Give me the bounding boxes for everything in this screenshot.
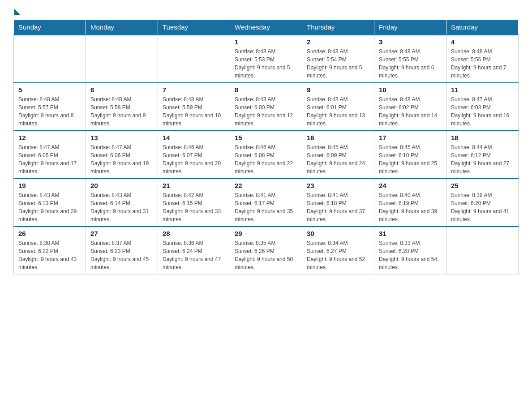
day-info: Sunrise: 8:47 AMSunset: 6:05 PMDaylight:…	[18, 143, 81, 176]
calendar-day-cell: 12Sunrise: 8:47 AMSunset: 6:05 PMDayligh…	[14, 131, 86, 179]
day-info: Sunrise: 8:43 AMSunset: 6:13 PMDaylight:…	[18, 191, 81, 223]
day-info: Sunrise: 8:48 AMSunset: 5:55 PMDaylight:…	[379, 47, 442, 80]
calendar-day-cell: 18Sunrise: 8:44 AMSunset: 6:12 PMDayligh…	[446, 131, 519, 179]
calendar-day-cell: 9Sunrise: 8:48 AMSunset: 6:01 PMDaylight…	[302, 83, 374, 131]
day-info: Sunrise: 8:48 AMSunset: 5:53 PMDaylight:…	[235, 47, 297, 80]
day-info: Sunrise: 8:42 AMSunset: 6:15 PMDaylight:…	[163, 191, 225, 223]
day-number: 1	[235, 38, 297, 46]
calendar-week-row: 12Sunrise: 8:47 AMSunset: 6:05 PMDayligh…	[14, 131, 519, 179]
calendar-week-row: 1Sunrise: 8:48 AMSunset: 5:53 PMDaylight…	[14, 35, 519, 83]
day-info: Sunrise: 8:41 AMSunset: 6:18 PMDaylight:…	[307, 191, 369, 223]
calendar-day-cell: 21Sunrise: 8:42 AMSunset: 6:15 PMDayligh…	[158, 179, 230, 227]
calendar-day-cell	[86, 35, 158, 83]
day-number: 13	[90, 134, 153, 141]
day-info: Sunrise: 8:48 AMSunset: 5:57 PMDaylight:…	[18, 95, 81, 128]
day-number: 9	[307, 86, 369, 94]
day-number: 31	[379, 230, 442, 237]
calendar-week-row: 26Sunrise: 8:38 AMSunset: 6:22 PMDayligh…	[14, 227, 519, 274]
calendar-day-cell: 5Sunrise: 8:48 AMSunset: 5:57 PMDaylight…	[14, 83, 86, 131]
day-number: 12	[18, 134, 81, 141]
calendar-day-cell: 29Sunrise: 8:35 AMSunset: 6:26 PMDayligh…	[230, 227, 302, 274]
day-info: Sunrise: 8:48 AMSunset: 6:02 PMDaylight:…	[379, 95, 442, 128]
day-number: 29	[235, 230, 297, 237]
day-info: Sunrise: 8:48 AMSunset: 6:01 PMDaylight:…	[307, 95, 369, 128]
day-info: Sunrise: 8:39 AMSunset: 6:20 PMDaylight:…	[451, 191, 514, 223]
day-number: 10	[379, 86, 442, 94]
calendar-table: SundayMondayTuesdayWednesdayThursdayFrid…	[13, 19, 519, 274]
day-number: 22	[235, 182, 297, 189]
calendar-day-cell: 19Sunrise: 8:43 AMSunset: 6:13 PMDayligh…	[14, 179, 86, 227]
logo-arrow-icon	[14, 9, 20, 15]
day-info: Sunrise: 8:37 AMSunset: 6:23 PMDaylight:…	[90, 239, 153, 271]
day-info: Sunrise: 8:46 AMSunset: 6:08 PMDaylight:…	[235, 143, 297, 176]
day-number: 24	[379, 182, 442, 189]
page-header	[13, 9, 519, 15]
calendar-day-cell: 4Sunrise: 8:48 AMSunset: 5:56 PMDaylight…	[446, 35, 519, 83]
day-number: 6	[90, 86, 153, 94]
calendar-day-cell: 8Sunrise: 8:48 AMSunset: 6:00 PMDaylight…	[230, 83, 302, 131]
col-header-thursday: Thursday	[302, 20, 374, 35]
calendar-day-cell: 15Sunrise: 8:46 AMSunset: 6:08 PMDayligh…	[230, 131, 302, 179]
day-number: 26	[18, 230, 81, 237]
day-info: Sunrise: 8:43 AMSunset: 6:14 PMDaylight:…	[90, 191, 153, 223]
logo	[13, 9, 21, 15]
col-header-monday: Monday	[86, 20, 158, 35]
day-info: Sunrise: 8:48 AMSunset: 5:54 PMDaylight:…	[307, 47, 369, 80]
day-number: 18	[451, 134, 514, 141]
day-info: Sunrise: 8:33 AMSunset: 6:28 PMDaylight:…	[379, 239, 442, 271]
day-number: 30	[307, 230, 369, 237]
day-info: Sunrise: 8:38 AMSunset: 6:22 PMDaylight:…	[18, 239, 81, 271]
calendar-day-cell: 25Sunrise: 8:39 AMSunset: 6:20 PMDayligh…	[446, 179, 519, 227]
calendar-day-cell: 30Sunrise: 8:34 AMSunset: 6:27 PMDayligh…	[302, 227, 374, 274]
calendar-day-cell: 7Sunrise: 8:48 AMSunset: 5:59 PMDaylight…	[158, 83, 230, 131]
day-number: 23	[307, 182, 369, 189]
day-number: 4	[451, 38, 514, 46]
calendar-day-cell: 26Sunrise: 8:38 AMSunset: 6:22 PMDayligh…	[14, 227, 86, 274]
calendar-day-cell: 3Sunrise: 8:48 AMSunset: 5:55 PMDaylight…	[374, 35, 446, 83]
day-number: 21	[163, 182, 225, 189]
day-number: 8	[235, 86, 297, 94]
day-number: 14	[163, 134, 225, 141]
day-number: 5	[18, 86, 81, 94]
day-number: 15	[235, 134, 297, 141]
calendar-week-row: 5Sunrise: 8:48 AMSunset: 5:57 PMDaylight…	[14, 83, 519, 131]
calendar-day-cell	[158, 35, 230, 83]
calendar-day-cell: 24Sunrise: 8:40 AMSunset: 6:19 PMDayligh…	[374, 179, 446, 227]
day-info: Sunrise: 8:35 AMSunset: 6:26 PMDaylight:…	[235, 239, 297, 271]
calendar-day-cell	[446, 227, 519, 274]
calendar-week-row: 19Sunrise: 8:43 AMSunset: 6:13 PMDayligh…	[14, 179, 519, 227]
calendar-day-cell: 10Sunrise: 8:48 AMSunset: 6:02 PMDayligh…	[374, 83, 446, 131]
calendar-day-cell: 14Sunrise: 8:46 AMSunset: 6:07 PMDayligh…	[158, 131, 230, 179]
day-info: Sunrise: 8:44 AMSunset: 6:12 PMDaylight:…	[451, 143, 514, 176]
calendar-day-cell: 17Sunrise: 8:45 AMSunset: 6:10 PMDayligh…	[374, 131, 446, 179]
day-number: 25	[451, 182, 514, 189]
calendar-day-cell: 11Sunrise: 8:47 AMSunset: 6:03 PMDayligh…	[446, 83, 519, 131]
calendar-day-cell: 20Sunrise: 8:43 AMSunset: 6:14 PMDayligh…	[86, 179, 158, 227]
day-info: Sunrise: 8:45 AMSunset: 6:09 PMDaylight:…	[307, 143, 369, 176]
day-info: Sunrise: 8:36 AMSunset: 6:24 PMDaylight:…	[163, 239, 225, 271]
day-number: 20	[90, 182, 153, 189]
day-info: Sunrise: 8:48 AMSunset: 5:59 PMDaylight:…	[163, 95, 225, 128]
day-info: Sunrise: 8:40 AMSunset: 6:19 PMDaylight:…	[379, 191, 442, 223]
calendar-day-cell: 23Sunrise: 8:41 AMSunset: 6:18 PMDayligh…	[302, 179, 374, 227]
calendar-day-cell: 1Sunrise: 8:48 AMSunset: 5:53 PMDaylight…	[230, 35, 302, 83]
calendar-day-cell: 22Sunrise: 8:41 AMSunset: 6:17 PMDayligh…	[230, 179, 302, 227]
logo-general	[13, 9, 21, 15]
calendar-day-cell: 28Sunrise: 8:36 AMSunset: 6:24 PMDayligh…	[158, 227, 230, 274]
calendar-day-cell: 31Sunrise: 8:33 AMSunset: 6:28 PMDayligh…	[374, 227, 446, 274]
day-number: 3	[379, 38, 442, 46]
calendar-day-cell: 13Sunrise: 8:47 AMSunset: 6:06 PMDayligh…	[86, 131, 158, 179]
col-header-wednesday: Wednesday	[230, 20, 302, 35]
day-number: 11	[451, 86, 514, 94]
day-number: 17	[379, 134, 442, 141]
day-info: Sunrise: 8:45 AMSunset: 6:10 PMDaylight:…	[379, 143, 442, 176]
col-header-friday: Friday	[374, 20, 446, 35]
col-header-sunday: Sunday	[14, 20, 86, 35]
calendar-day-cell: 16Sunrise: 8:45 AMSunset: 6:09 PMDayligh…	[302, 131, 374, 179]
calendar-day-cell: 2Sunrise: 8:48 AMSunset: 5:54 PMDaylight…	[302, 35, 374, 83]
day-info: Sunrise: 8:34 AMSunset: 6:27 PMDaylight:…	[307, 239, 369, 271]
calendar-day-cell	[14, 35, 86, 83]
col-header-saturday: Saturday	[446, 20, 519, 35]
day-info: Sunrise: 8:48 AMSunset: 6:00 PMDaylight:…	[235, 95, 297, 128]
day-info: Sunrise: 8:47 AMSunset: 6:03 PMDaylight:…	[451, 95, 514, 128]
